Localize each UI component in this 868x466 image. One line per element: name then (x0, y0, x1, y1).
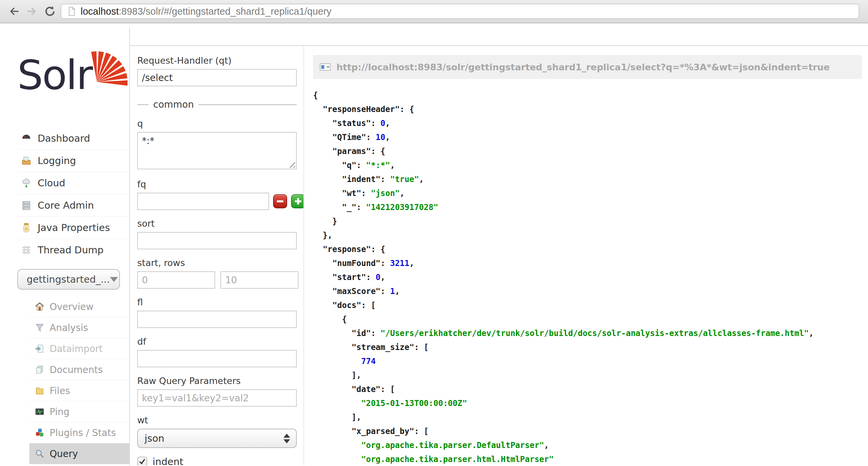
fq-input[interactable] (137, 193, 269, 210)
core-item-label: Overview (50, 301, 94, 312)
core-item-replication[interactable]: Replication (29, 464, 129, 465)
thread-dump-icon (21, 245, 32, 255)
fq-label: fq (137, 179, 297, 189)
raw-query-params-input[interactable] (137, 389, 297, 407)
core-item-documents[interactable]: Documents (29, 359, 129, 380)
cloud-icon (21, 178, 32, 188)
java-properties-icon (21, 222, 32, 233)
start-input[interactable] (137, 271, 215, 289)
core-item-label: Ping (50, 406, 70, 417)
core-item-label: Dataimport (50, 343, 102, 354)
core-item-analysis[interactable]: Analysis (29, 317, 129, 338)
core-item-label: Plugins / Stats (50, 427, 116, 438)
fl-input[interactable] (137, 311, 297, 328)
core-nav: Overview Analysis Dataimport (29, 296, 129, 465)
sidebar: Solr Dashboard (0, 23, 129, 465)
sidebar-item-logging[interactable]: Logging (18, 149, 129, 172)
browser-back-button[interactable] (7, 4, 21, 19)
browser-url-text: localhost:8983/solr/#/gettingstarted_sha… (81, 6, 332, 17)
home-icon (35, 302, 44, 312)
common-section-legend: common (137, 99, 297, 110)
sidebar-item-java-properties[interactable]: Java Properties (18, 216, 129, 239)
request-url-strip: http://localhost:8983/solr/gettingstarte… (313, 55, 862, 79)
wt-selected-value: json (145, 433, 283, 444)
rows-input[interactable] (220, 271, 299, 289)
core-item-files[interactable]: Files (29, 380, 129, 401)
json-response: { "responseHeader": { "status": 0, "QTim… (313, 88, 862, 465)
core-item-overview[interactable]: Overview (29, 296, 129, 317)
plugins-icon (35, 428, 44, 438)
dashboard-icon (21, 133, 32, 144)
browser-forward-button[interactable] (25, 4, 39, 19)
browser-reload-button[interactable] (43, 4, 57, 19)
sidebar-item-core-admin[interactable]: Core Admin (18, 194, 129, 216)
df-label: df (137, 336, 297, 347)
chevron-down-icon (110, 277, 118, 282)
sidebar-item-label: Logging (38, 155, 76, 166)
browser-chrome: localhost:8983/solr/#/gettingstarted_sha… (0, 0, 868, 23)
sidebar-item-thread-dump[interactable]: Thread Dump (18, 239, 129, 261)
q-label: q (137, 118, 297, 129)
add-fq-button[interactable] (291, 194, 304, 208)
dataimport-icon (35, 344, 44, 354)
remove-fq-button[interactable] (273, 194, 287, 208)
request-handler-input[interactable] (137, 69, 297, 86)
sidebar-item-label: Java Properties (38, 222, 110, 233)
content-panel: Request-Handler (qt) common q *:* fq sor… (130, 45, 868, 465)
legend-line (198, 104, 297, 105)
sidebar-item-label: Dashboard (38, 133, 90, 144)
legend-dash (137, 104, 149, 105)
url-widget-icon (320, 62, 331, 72)
url-path: :8983/solr/#/gettingstarted_shard1_repli… (119, 6, 331, 17)
magnifier-icon (35, 449, 44, 459)
query-results: http://localhost:8983/solr/gettingstarte… (305, 46, 868, 465)
wt-label: wt (137, 415, 297, 425)
indent-label: indent (153, 456, 183, 465)
sidebar-item-label: Core Admin (38, 200, 94, 211)
sort-input[interactable] (137, 232, 297, 249)
core-admin-icon (21, 200, 32, 211)
indent-checkbox-row[interactable]: indent (137, 456, 297, 465)
sidebar-item-label: Thread Dump (38, 244, 103, 256)
documents-icon (35, 365, 44, 375)
raw-query-params-label: Raw Query Parameters (137, 376, 297, 386)
fl-label: fl (137, 297, 297, 307)
folder-icon (35, 386, 44, 396)
browser-url-bar[interactable]: localhost:8983/solr/#/gettingstarted_sha… (61, 4, 859, 19)
core-item-label: Query (50, 448, 78, 459)
core-selector-value: gettingstarted_... (27, 274, 110, 285)
forward-arrow-icon (25, 5, 39, 18)
core-selector-dropdown[interactable]: gettingstarted_... (17, 269, 120, 290)
solr-sunburst-icon (90, 44, 129, 90)
core-item-plugins-stats[interactable]: Plugins / Stats (29, 422, 129, 443)
wt-select[interactable]: json (137, 429, 297, 448)
minus-icon (277, 200, 283, 202)
df-input[interactable] (137, 350, 297, 367)
main-nav: Dashboard Logging Cloud (0, 127, 129, 261)
select-arrows-icon (283, 434, 290, 443)
solr-admin-page: Solr Dashboard (0, 23, 868, 465)
legend-text: common (153, 99, 194, 110)
reload-icon (43, 5, 57, 18)
core-item-label: Analysis (50, 322, 88, 333)
logging-icon (21, 155, 32, 166)
core-item-label: Documents (50, 364, 103, 375)
solr-logo-text: Solr (17, 55, 92, 95)
sidebar-item-label: Cloud (38, 177, 65, 189)
request-url-link[interactable]: http://localhost:8983/solr/gettingstarte… (336, 62, 830, 72)
checkmark-icon (138, 458, 146, 465)
back-arrow-icon (7, 5, 21, 18)
solr-logo[interactable]: Solr (17, 45, 127, 109)
sidebar-item-cloud[interactable]: Cloud (18, 172, 129, 194)
q-textarea[interactable]: *:* (137, 132, 297, 169)
sort-label: sort (137, 219, 297, 229)
sidebar-item-dashboard[interactable]: Dashboard (18, 127, 129, 149)
core-item-ping[interactable]: Ping (29, 401, 129, 422)
start-rows-label: start, rows (137, 258, 297, 268)
core-item-query[interactable]: Query (29, 443, 129, 464)
url-host: localhost (81, 6, 119, 17)
core-item-dataimport[interactable]: Dataimport (29, 338, 129, 359)
indent-checkbox[interactable] (137, 457, 147, 465)
funnel-icon (35, 323, 44, 333)
core-item-label: Files (50, 385, 70, 396)
